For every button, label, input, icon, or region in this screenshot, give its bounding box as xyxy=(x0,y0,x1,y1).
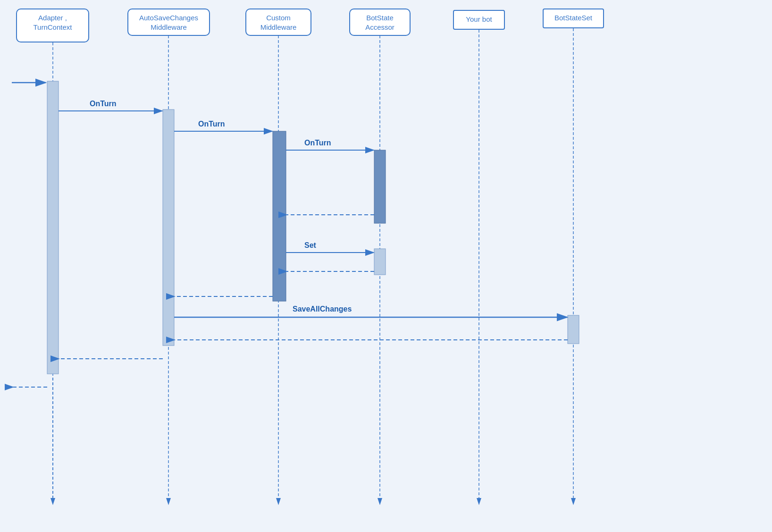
activation-custom xyxy=(273,131,286,301)
actor-botstateset-label: BotStateSet xyxy=(554,14,592,22)
activation-adapter xyxy=(47,81,59,374)
label-onturn1: OnTurn xyxy=(90,100,117,108)
arrow-down-adapter xyxy=(50,498,55,505)
actor-adapter-label: Adapter , TurnContext xyxy=(34,14,72,31)
arrow-down-autosave xyxy=(166,498,171,505)
arrow-down-botstate xyxy=(378,498,382,505)
diagram-container: OnTurn OnTurn OnTurn Set SaveAllChanges xyxy=(0,0,772,532)
arrow-down-yourbot xyxy=(477,498,481,505)
arrow-down-botstateset xyxy=(571,498,576,505)
label-onturn3: OnTurn xyxy=(304,139,331,147)
arrow-down-custom xyxy=(276,498,281,505)
actor-autosave: AutoSaveChanges Middleware xyxy=(127,8,210,36)
label-saveall: SaveAllChanges xyxy=(293,305,352,313)
actor-yourbot-label: Your bot xyxy=(466,15,492,23)
activation-botstateset xyxy=(568,315,579,344)
actor-adapter: Adapter , TurnContext xyxy=(16,8,89,42)
actor-yourbot: Your bot xyxy=(453,10,505,30)
activation-autosave xyxy=(163,110,174,346)
actor-botstateset: BotStateSet xyxy=(543,8,604,28)
activation-botstate-onturn xyxy=(374,150,386,223)
actor-botstate-label: BotState Accessor xyxy=(365,14,394,31)
actor-custom-label: Custom Middleware xyxy=(260,14,297,31)
activation-botstate-set xyxy=(374,249,386,275)
label-set: Set xyxy=(304,241,317,249)
actor-custom: Custom Middleware xyxy=(245,8,311,36)
actor-botstate: BotState Accessor xyxy=(349,8,411,36)
actor-autosave-label: AutoSaveChanges Middleware xyxy=(139,14,198,31)
label-onturn2: OnTurn xyxy=(198,120,225,128)
sequence-diagram-svg: OnTurn OnTurn OnTurn Set SaveAllChanges xyxy=(0,0,772,532)
